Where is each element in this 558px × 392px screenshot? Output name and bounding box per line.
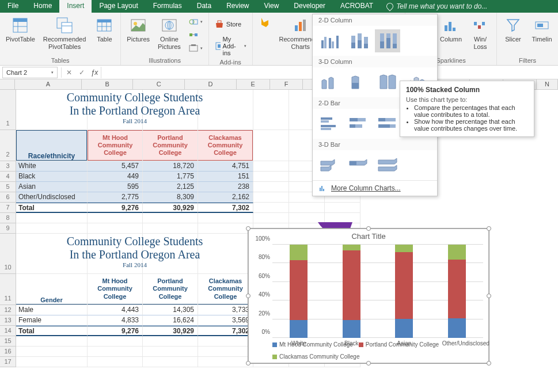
tab-home[interactable]: Home — [26, 0, 59, 13]
resize-handle[interactable] — [246, 294, 250, 298]
cell[interactable] — [198, 357, 253, 367]
cell[interactable] — [253, 90, 289, 130]
col-header[interactable]: N — [537, 79, 558, 90]
smartart-button[interactable] — [187, 29, 205, 41]
cell[interactable] — [198, 213, 253, 223]
cell[interactable] — [16, 357, 88, 367]
cell[interactable]: 151 — [198, 172, 253, 182]
cell[interactable]: 2,162 — [198, 192, 253, 203]
cell[interactable] — [198, 336, 253, 347]
cancel-formula-button[interactable]: ✕ — [63, 68, 75, 77]
pivottable-button[interactable]: PivotTable — [3, 15, 37, 44]
sparkline-column-button[interactable]: Column — [438, 15, 464, 44]
cell[interactable]: Mt Hood Community College — [88, 274, 143, 305]
store-button[interactable]: Store — [212, 18, 244, 30]
resize-handle[interactable] — [487, 226, 491, 231]
3d-100-stacked-column-option[interactable] — [375, 71, 400, 94]
tab-developer[interactable]: Developer — [286, 0, 333, 13]
resize-handle[interactable] — [487, 294, 491, 298]
timeline-button[interactable]: Timelin — [529, 15, 555, 44]
shapes-button[interactable]: ▾ — [187, 16, 205, 28]
resize-handle[interactable] — [487, 361, 491, 366]
cell[interactable]: White — [16, 161, 88, 172]
clustered-column-option[interactable] — [317, 29, 343, 52]
row-header[interactable]: 5 — [0, 182, 16, 192]
tell-me[interactable]: Tell me what you want to do... — [381, 0, 493, 13]
cell[interactable] — [253, 161, 289, 172]
cell[interactable]: 9,276 — [88, 203, 143, 213]
insert-function-button[interactable]: ƒx — [88, 68, 101, 77]
cell[interactable] — [88, 357, 143, 367]
cell[interactable] — [198, 90, 253, 130]
stacked-bar-option[interactable] — [346, 112, 371, 135]
cell[interactable]: 5,457 — [88, 161, 143, 172]
cell[interactable]: Mt Hood Community College — [88, 130, 143, 161]
cell[interactable]: 9,276 — [88, 326, 143, 336]
3d-stacked-column-option[interactable] — [346, 71, 371, 94]
cell[interactable]: Male — [16, 305, 88, 315]
cell[interactable]: 2,125 — [143, 182, 198, 192]
cell[interactable]: 595 — [88, 182, 143, 192]
cell[interactable]: 2,775 — [88, 192, 143, 203]
cell[interactable] — [143, 234, 198, 274]
row-header[interactable]: 2 — [0, 130, 16, 161]
cell[interactable] — [88, 234, 143, 274]
cell[interactable]: Asian — [16, 182, 88, 192]
cell[interactable]: 7,302 — [198, 326, 253, 336]
3d-clustered-column-option[interactable] — [317, 71, 343, 94]
table-button[interactable]: Table — [92, 15, 117, 44]
row-header[interactable]: 4 — [0, 172, 16, 182]
cell[interactable]: Female — [16, 315, 88, 326]
my-addins-button[interactable]: My Add-ins ▾ — [212, 35, 249, 58]
slicer-button[interactable]: Slicer — [500, 15, 526, 44]
cell[interactable]: Portland Community College — [143, 274, 198, 305]
cell[interactable]: 3,569 — [198, 315, 253, 326]
cell[interactable]: 7,302 — [198, 203, 253, 213]
cell[interactable] — [16, 223, 88, 234]
bing-maps-button[interactable] — [256, 15, 274, 30]
cell[interactable] — [253, 182, 289, 192]
col-header[interactable]: B — [82, 79, 134, 90]
cell[interactable]: Other/Undisclosed — [16, 192, 88, 203]
tab-formulas[interactable]: Formulas — [146, 0, 189, 13]
cell[interactable] — [143, 223, 198, 234]
resize-handle[interactable] — [246, 361, 250, 366]
screenshot-button[interactable]: ▾ — [187, 43, 205, 54]
resize-handle[interactable] — [366, 361, 371, 366]
cell[interactable] — [253, 203, 289, 213]
tab-page-layout[interactable]: Page Layout — [92, 0, 145, 13]
row-header[interactable]: 15 — [0, 336, 16, 347]
tab-data[interactable]: Data — [189, 0, 219, 13]
cell[interactable] — [16, 213, 88, 223]
online-pictures-button[interactable]: Online Pictures — [155, 15, 183, 51]
resize-handle[interactable] — [366, 226, 371, 231]
row-header[interactable]: 6 — [0, 192, 16, 203]
cell[interactable] — [88, 90, 143, 130]
cell[interactable] — [143, 336, 198, 347]
tab-insert[interactable]: Insert — [59, 0, 92, 13]
col-header[interactable]: E — [237, 79, 270, 90]
100-stacked-bar-option[interactable] — [375, 112, 400, 135]
enter-formula-button[interactable]: ✓ — [75, 68, 88, 77]
tab-review[interactable]: Review — [219, 0, 256, 13]
row-header[interactable]: 12 — [0, 305, 16, 315]
100-stacked-column-option[interactable] — [375, 29, 400, 52]
row-header[interactable]: 3 — [0, 161, 16, 172]
col-header[interactable]: F — [270, 79, 303, 90]
3d-stacked-bar-option[interactable] — [346, 154, 371, 177]
cell[interactable] — [253, 172, 289, 182]
cell[interactable] — [88, 347, 143, 357]
cell[interactable] — [289, 203, 325, 213]
row-header[interactable]: 13 — [0, 315, 16, 326]
cell[interactable]: Clackamas Community College — [198, 274, 253, 305]
cell[interactable]: 3,733 — [198, 305, 253, 315]
cell[interactable]: Clackamas Community College — [198, 130, 253, 161]
chart-plot-area[interactable]: 0%20%40%60%80%100%WhiteBlackAsianOther/U… — [272, 245, 483, 338]
col-header[interactable]: C — [133, 79, 185, 90]
cell[interactable]: 30,929 — [143, 203, 198, 213]
cell[interactable]: 4,751 — [198, 161, 253, 172]
tab-file[interactable]: File — [0, 0, 26, 13]
name-box[interactable]: Chart 2▾ — [2, 67, 58, 78]
cell[interactable] — [325, 203, 360, 213]
more-column-charts-button[interactable]: More Column Charts... — [313, 180, 437, 196]
